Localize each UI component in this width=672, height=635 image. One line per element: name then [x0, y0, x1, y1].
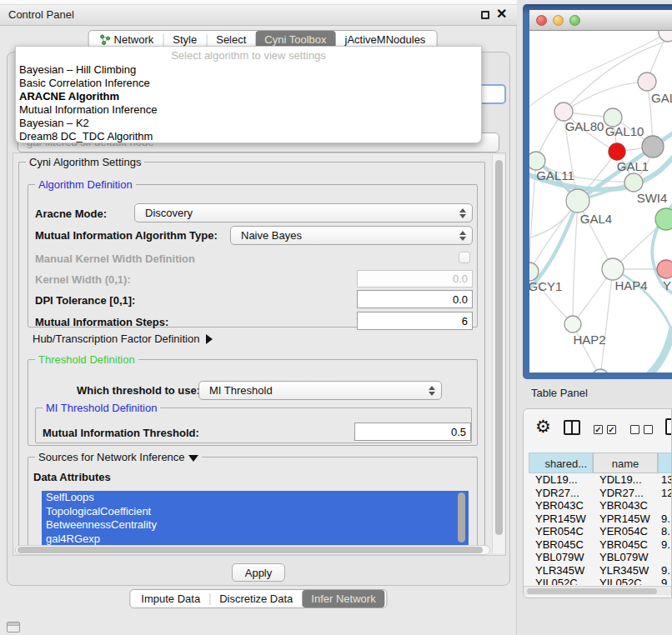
apply-button[interactable]: Apply — [232, 563, 285, 582]
column-header[interactable] — [658, 452, 672, 473]
attribute-item[interactable]: SelfLoops — [42, 491, 469, 505]
kernel-width-field[interactable] — [357, 270, 473, 288]
data-attributes-list[interactable]: SelfLoopsTopologicalCoefficientBetweenne… — [42, 491, 469, 546]
table-row[interactable]: YLR345WYLR345W9. — [529, 564, 672, 578]
network-node[interactable] — [655, 208, 672, 230]
combo-arrows-icon — [426, 386, 438, 396]
network-node[interactable] — [659, 31, 672, 42]
dropdown-placeholder: Select algorithm to view settings — [16, 48, 481, 63]
scrollbar-thumb[interactable] — [527, 588, 657, 594]
columns-icon[interactable] — [564, 420, 580, 435]
network-node-gal[interactable] — [638, 72, 656, 91]
network-node-gal1[interactable] — [609, 143, 625, 160]
network-node[interactable] — [592, 369, 609, 372]
algorithm-option[interactable]: Bayesian – Hill Climbing — [16, 63, 481, 77]
tab-label: Select — [216, 33, 246, 46]
gear-icon[interactable]: ⚙ — [535, 418, 551, 436]
node-label: HAP4 — [614, 278, 647, 292]
document-icon[interactable] — [665, 418, 672, 435]
network-nodes: GALGAL80GAL10GAL1GAL11SWI4GAL4GCY1HAP4YH… — [529, 31, 672, 372]
manual-kernel-width-checkbox[interactable] — [459, 252, 470, 263]
table-row[interactable]: YER054CYER054C8. — [529, 525, 672, 538]
table-cell: YIL052C — [593, 577, 658, 585]
algorithm-option[interactable]: ARACNE Algorithm — [16, 90, 481, 103]
mi-threshold-field[interactable] — [354, 422, 471, 441]
attribute-item[interactable]: TopologicalCoefficient — [42, 505, 469, 519]
bottom-tab-bar: Impute DataDiscretize DataInfer Network — [129, 589, 387, 608]
close-icon[interactable]: ✕ — [496, 6, 507, 22]
column-header[interactable]: shared... — [529, 452, 593, 473]
table-row[interactable]: YBR045CYBR045C9. — [529, 538, 672, 552]
table-row[interactable]: YBL079WYBL079W — [529, 551, 672, 564]
unchecked-checkbox-icon[interactable] — [644, 425, 653, 434]
table-row[interactable]: YIL052CYIL052C9 — [529, 577, 672, 585]
table-cell — [658, 499, 672, 512]
table-cell: YPR145W — [593, 512, 658, 526]
algorithm-option[interactable]: Basic Correlation Inference — [16, 77, 481, 90]
algorithm-option[interactable]: Mutual Information Inference — [16, 103, 481, 117]
table-cell: YDR27... — [593, 487, 658, 500]
table-row[interactable]: YBR043CYBR043C — [529, 499, 672, 512]
dpi-tolerance-field[interactable] — [357, 290, 473, 308]
mi-steps-field[interactable] — [357, 312, 473, 330]
table-cell — [658, 551, 672, 564]
tab-label: Network — [114, 33, 154, 46]
node-label: GAL4 — [580, 212, 612, 226]
network-canvas[interactable]: GALGAL80GAL10GAL1GAL11SWI4GAL4GCY1HAP4YH… — [529, 31, 672, 372]
control-panel-titlebar: Control Panel ✕ — [0, 5, 517, 26]
table-cell: YPR145W — [529, 512, 593, 526]
unchecked-checkbox-icon[interactable] — [630, 425, 639, 434]
hub-definition-expander[interactable]: Hub/Transcription Factor Definition — [33, 332, 213, 345]
algorithm-option[interactable]: Dream8 DC_TDC Algorithm — [16, 130, 481, 143]
node-label: GCY1 — [529, 279, 562, 293]
attribute-item[interactable]: gal4RGexp — [42, 532, 469, 547]
which-threshold-value: MI Threshold — [199, 384, 426, 397]
scrollbar-thumb[interactable] — [495, 160, 503, 535]
network-node-gal80[interactable] — [554, 102, 573, 121]
table-cell: YDL19... — [529, 473, 593, 487]
minimize-traffic-light[interactable] — [553, 15, 564, 26]
checked-checkbox-icon[interactable]: ✓ — [594, 425, 603, 434]
table-cell: 13 — [658, 473, 672, 487]
table-row[interactable]: YPR145WYPR145W9. — [529, 512, 672, 526]
network-node-hap2[interactable] — [564, 316, 581, 332]
tab-label: Discretize Data — [219, 592, 293, 605]
checked-checkbox-icon[interactable]: ✓ — [607, 425, 616, 434]
mi-algorithm-type-label: Mutual Information Algorithm Type: — [35, 229, 218, 242]
settings-vertical-scrollbar — [492, 155, 504, 553]
scrollbar-thumb[interactable] — [18, 547, 483, 553]
mi-algorithm-type-select[interactable]: Naive Bayes — [230, 226, 473, 245]
which-threshold-select[interactable]: MI Threshold — [198, 381, 442, 400]
network-node-swi4[interactable] — [624, 173, 643, 192]
tab-impute-data[interactable]: Impute Data — [132, 590, 209, 608]
float-window-icon[interactable] — [481, 11, 489, 19]
network-node[interactable] — [642, 136, 664, 158]
which-threshold-label: Which threshold to use: — [77, 384, 200, 397]
tab-label: Style — [173, 33, 197, 46]
aracne-mode-select[interactable]: Discovery — [134, 203, 473, 222]
network-window-titlebar[interactable] — [529, 10, 672, 31]
attribute-item[interactable]: BetweennessCentrality — [42, 518, 469, 532]
tab-infer-network[interactable]: Infer Network — [302, 590, 384, 608]
algorithm-option[interactable]: Bayesian – K2 — [16, 117, 481, 130]
settings-scroll-area: Cyni Algorithm Settings Algorithm Defini… — [13, 152, 506, 556]
table-cell: YDL19... — [593, 473, 658, 487]
network-icon — [100, 34, 111, 45]
mi-algorithm-type-value: Naive Bayes — [231, 229, 457, 242]
dock-panel-icon[interactable] — [7, 622, 20, 632]
zoom-traffic-light[interactable] — [569, 15, 580, 26]
sources-group-title[interactable]: Sources for Network Inference — [35, 451, 202, 463]
network-node-gal11[interactable] — [529, 152, 545, 170]
network-node-gal4[interactable] — [566, 189, 589, 212]
combo-arrows-icon — [457, 231, 469, 241]
table-row[interactable]: YDR27...YDR27...12 — [529, 487, 672, 500]
network-node-hap4[interactable] — [602, 258, 624, 280]
tab-discretize-data[interactable]: Discretize Data — [210, 590, 302, 608]
settings-horizontal-scrollbar — [15, 545, 490, 555]
list-scrollbar[interactable] — [458, 492, 465, 542]
table-cell: YIL052C — [529, 577, 593, 585]
close-traffic-light[interactable] — [536, 15, 547, 26]
table-row[interactable]: YDL19...YDL19...13 — [529, 473, 672, 487]
column-header[interactable]: name — [593, 452, 658, 473]
network-node-y[interactable] — [657, 260, 672, 278]
